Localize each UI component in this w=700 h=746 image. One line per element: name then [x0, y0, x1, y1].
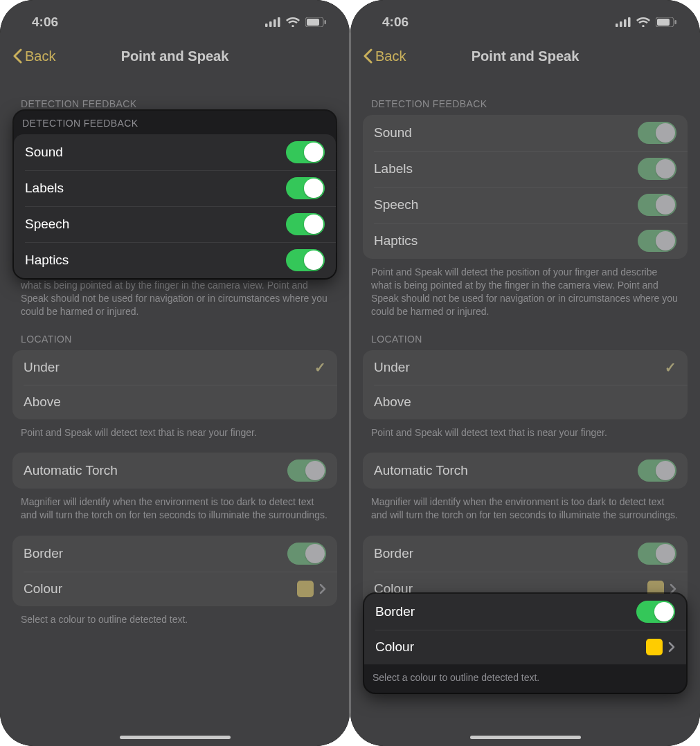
labels-toggle[interactable]: [286, 177, 325, 199]
svg-rect-2: [273, 19, 276, 27]
row-labels[interactable]: Labels: [14, 170, 336, 206]
row-border[interactable]: Border: [363, 536, 688, 572]
border-group: Border Colour: [12, 536, 337, 606]
location-footer: Point and Speak will detect text that is…: [363, 419, 688, 444]
svg-rect-7: [616, 24, 618, 27]
svg-rect-6: [325, 20, 327, 24]
row-torch[interactable]: Automatic Torch: [12, 453, 337, 489]
section-header-location: LOCATION: [363, 322, 688, 350]
haptics-toggle[interactable]: [638, 230, 676, 252]
row-speech[interactable]: Speech: [14, 206, 336, 242]
sound-toggle[interactable]: [286, 141, 325, 163]
row-label: Automatic Torch: [374, 463, 468, 478]
status-bar: 4:06: [0, 0, 350, 37]
row-label: Automatic Torch: [24, 463, 118, 478]
labels-toggle[interactable]: [638, 158, 676, 180]
back-label: Back: [375, 48, 406, 64]
row-speech[interactable]: Speech: [363, 187, 688, 223]
detection-footer: Point and Speak will detect the position…: [363, 259, 688, 322]
battery-icon: [305, 17, 326, 27]
chevron-left-icon: [363, 48, 373, 64]
row-sound[interactable]: Sound: [14, 134, 336, 170]
row-above[interactable]: Above: [12, 385, 337, 419]
content: DETECTION FEEDBACK Sound Labels Speech: [350, 75, 700, 658]
svg-rect-5: [307, 19, 319, 26]
colour-swatch: [297, 581, 314, 597]
svg-rect-13: [675, 20, 677, 24]
row-label: Sound: [374, 125, 412, 140]
status-bar: 4:06: [350, 0, 700, 37]
border-toggle[interactable]: [636, 601, 675, 623]
border-footer: Select a colour to outline detected text…: [364, 664, 686, 693]
chevron-right-icon: [670, 583, 676, 594]
phone-right: 4:06 Back Point and Speak DETECTION FEED…: [350, 0, 700, 746]
row-label: Haptics: [374, 233, 418, 248]
cellular-icon: [616, 17, 631, 27]
row-haptics[interactable]: Haptics: [14, 242, 336, 278]
row-label: Haptics: [25, 253, 69, 268]
row-label: Labels: [25, 181, 64, 196]
border-footer: Select a colour to outline detected text…: [12, 606, 337, 630]
row-colour[interactable]: Colour: [12, 572, 337, 606]
back-button[interactable]: Back: [12, 48, 55, 64]
haptics-toggle[interactable]: [286, 249, 325, 271]
row-under[interactable]: Under ✓: [12, 350, 337, 385]
row-colour[interactable]: Colour: [364, 630, 686, 664]
chevron-right-icon: [319, 583, 326, 594]
row-label: Speech: [374, 197, 418, 212]
wifi-icon: [636, 17, 650, 27]
svg-rect-8: [620, 21, 622, 27]
torch-footer: Magnifier will identify when the environ…: [363, 489, 688, 526]
highlight-detection: DETECTION FEEDBACK Sound Labels Speech H…: [14, 111, 336, 278]
row-label: Border: [375, 604, 415, 619]
row-label: Above: [374, 394, 411, 410]
row-label: Sound: [25, 145, 63, 160]
detection-group: Sound Labels Speech Haptics: [14, 134, 336, 278]
home-indicator[interactable]: [470, 736, 581, 739]
border-toggle[interactable]: [287, 543, 326, 565]
row-under[interactable]: Under ✓: [363, 350, 688, 385]
row-torch[interactable]: Automatic Torch: [363, 453, 688, 489]
row-label: Labels: [374, 161, 413, 176]
border-toggle[interactable]: [638, 543, 676, 565]
highlight-border: Border Colour Select a colour to outline…: [364, 594, 686, 693]
colour-swatch: [646, 639, 663, 655]
svg-rect-1: [269, 21, 272, 27]
home-indicator[interactable]: [120, 736, 231, 739]
location-group: Under ✓ Above: [12, 350, 337, 419]
row-labels[interactable]: Labels: [363, 151, 688, 187]
row-haptics[interactable]: Haptics: [363, 223, 688, 259]
nav-header: Back Point and Speak: [0, 37, 350, 75]
row-border[interactable]: Border: [364, 594, 686, 630]
speech-toggle[interactable]: [286, 213, 325, 235]
row-sound[interactable]: Sound: [363, 115, 688, 151]
chevron-right-icon: [668, 642, 675, 653]
cellular-icon: [265, 17, 280, 27]
svg-rect-10: [628, 17, 631, 27]
section-header-detection: DETECTION FEEDBACK: [14, 111, 336, 134]
torch-footer: Magnifier will identify when the environ…: [12, 489, 337, 526]
back-button[interactable]: Back: [363, 48, 406, 64]
section-header-location: LOCATION: [12, 322, 337, 350]
border-group: Border Colour: [364, 594, 686, 664]
check-icon: ✓: [665, 359, 676, 376]
torch-toggle[interactable]: [287, 460, 326, 482]
speech-toggle[interactable]: [638, 194, 676, 216]
location-footer: Point and Speak will detect text that is…: [12, 419, 337, 444]
torch-toggle[interactable]: [638, 460, 676, 482]
section-header-detection: DETECTION FEEDBACK: [363, 87, 688, 115]
battery-icon: [656, 17, 676, 27]
svg-rect-9: [624, 19, 627, 27]
wifi-icon: [286, 17, 300, 27]
row-label: Border: [24, 546, 63, 561]
phone-left: 4:06 Back Point and Speak DETECTION FEED…: [0, 0, 350, 746]
nav-header: Back Point and Speak: [350, 37, 700, 75]
sound-toggle[interactable]: [638, 122, 676, 144]
row-label: Speech: [25, 217, 69, 232]
check-icon: ✓: [314, 359, 326, 376]
row-border[interactable]: Border: [12, 536, 337, 572]
status-time: 4:06: [32, 15, 58, 30]
row-above[interactable]: Above: [363, 385, 688, 419]
detection-group: Sound Labels Speech Haptics: [363, 115, 688, 259]
location-group: Under ✓ Above: [363, 350, 688, 419]
